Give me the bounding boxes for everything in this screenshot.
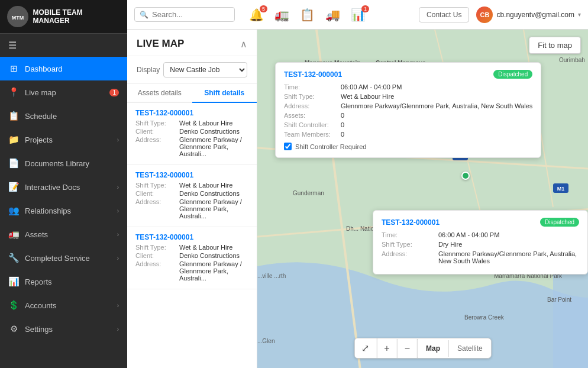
panel-collapse-button[interactable]: ∧ (240, 38, 247, 50)
svg-text:...Glen: ...Glen (257, 338, 274, 344)
popup-bottom-time-value: 06:00 AM - 04:00 PM (438, 231, 579, 238)
sidebar-item-label: Documents Library (25, 159, 119, 168)
truck-icon: 🚛 (274, 8, 289, 21)
completed-service-icon: 🔧 (8, 253, 19, 263)
contact-us-button[interactable]: Contact Us (419, 7, 469, 22)
panel-title: LIVE MAP (137, 38, 184, 50)
notifications-button[interactable]: 🔔 5 (249, 8, 264, 22)
popup-assets-value: 0 (341, 112, 532, 119)
popup-bottom-address-value: Glennmore Parkway/Glennmore Park, Austra… (438, 250, 579, 264)
topbar: 🔍 🔔 5 🚛 📋 🚚 📊 1 Contact Us CB cb.nguyent… (127, 0, 588, 30)
job-address-label: Address: (135, 198, 177, 219)
popup-team-members-label: Team Members: (284, 131, 337, 138)
job-id-0: TEST-132-000001 (135, 109, 248, 117)
search-input[interactable] (152, 10, 229, 19)
job-address-0: Glennmore Parkway / Glennmore Park, Aust… (179, 136, 248, 157)
jobs-list: TEST-132-000001 Shift Type: Wet & Labour… (127, 103, 257, 368)
shift-controller-required-checkbox[interactable] (284, 143, 292, 150)
delivery-button[interactable]: 🚚 (325, 8, 340, 22)
sidebar-nav: ⊞ Dashboard 📍 Live map 1 📋 Schedule 📁 Pr… (0, 57, 127, 368)
popup-shift-controller-value: 0 (341, 121, 532, 128)
fit-to-map-button[interactable]: Fit to map (529, 37, 581, 54)
popup-address-label: Address: (284, 102, 337, 109)
assets-icon: 🚛 (8, 229, 19, 240)
job-shift-type-label: Shift Type: (135, 182, 177, 189)
tab-assets-details[interactable]: Assets details (127, 84, 192, 103)
sidebar-item-relationships[interactable]: 👥 Relationships › (0, 199, 127, 222)
map-type-satellite-button[interactable]: Satellite (449, 340, 491, 357)
sidebar-header: MTM MOBILE TEAM MANAGER (0, 0, 127, 34)
sidebar-item-projects[interactable]: 📁 Projects › (0, 128, 127, 151)
sidebar-item-reports[interactable]: 📊 Reports (0, 270, 127, 293)
job-address-1: Glennmore Parkway / Glennmore Park, Aust… (179, 198, 248, 219)
job-id-2: TEST-132-000001 (135, 233, 248, 241)
sidebar-item-label: Completed Service (25, 254, 111, 263)
job-client-label: Client: (135, 128, 177, 135)
job-client-2: Denko Constructions (179, 252, 240, 259)
sidebar-item-label: Projects (25, 135, 111, 144)
schedule-icon: 📋 (8, 111, 19, 121)
popup-shift-controller-label: Shift Controller: (284, 121, 337, 128)
job-address-label: Address: (135, 260, 177, 282)
chevron-right-icon: › (117, 208, 119, 214)
chevron-right-icon: › (117, 255, 119, 262)
sidebar-item-completed-service[interactable]: 🔧 Completed Service › (0, 246, 127, 270)
zoom-out-button[interactable]: − (398, 339, 418, 358)
sidebar-item-schedule[interactable]: 📋 Schedule (0, 104, 127, 128)
job-card-1[interactable]: TEST-132-000001 Shift Type: Wet & Labour… (127, 165, 257, 227)
sidebar-item-live-map[interactable]: 📍 Live map 1 (0, 80, 127, 104)
sidebar-item-documents-library[interactable]: 📄 Documents Library (0, 151, 127, 175)
svg-text:...ville ...rth: ...ville ...rth (257, 273, 286, 279)
topbar-icons: 🔔 5 🚛 📋 🚚 📊 1 (249, 8, 366, 22)
sidebar: MTM MOBILE TEAM MANAGER ☰ ⊞ Dashboard 📍 … (0, 0, 127, 368)
svg-text:Gunderman: Gunderman (293, 190, 324, 196)
side-panel: LIVE MAP ∧ Display New Castle Job Assets… (127, 30, 257, 368)
popup-bottom: TEST-132-000001 Dispatched Time: 06:00 A… (373, 210, 588, 275)
sidebar-item-accounts[interactable]: 💲 Accounts › (0, 293, 127, 317)
notifications-badge: 5 (260, 5, 267, 12)
clipboard-icon: 📋 (300, 8, 315, 21)
chevron-right-icon: › (117, 184, 119, 191)
alert-button[interactable]: 📊 1 (351, 8, 366, 22)
live-map-badge: 1 (109, 89, 119, 96)
user-avatar: CB (476, 7, 493, 23)
map-type-map-button[interactable]: Map (418, 340, 449, 357)
popup-time-value: 06:00 AM - 04:00 PM (341, 83, 532, 91)
display-select[interactable]: New Castle Job (163, 62, 247, 78)
display-label: Display (137, 66, 160, 74)
projects-icon: 📁 (8, 134, 19, 145)
app-logo: MTM (7, 6, 28, 27)
truck-button[interactable]: 🚛 (274, 8, 289, 22)
user-chevron-icon: ▾ (578, 11, 581, 18)
job-shift-type-label: Shift Type: (135, 244, 177, 251)
sidebar-item-assets[interactable]: 🚛 Assets › (0, 222, 127, 246)
map-pin-0[interactable] (461, 172, 470, 180)
delivery-icon: 🚚 (325, 8, 340, 21)
clipboard-button[interactable]: 📋 (300, 8, 315, 22)
popup-top: TEST-132-000001 Dispatched Time: 06:00 A… (275, 62, 541, 158)
map-pin-icon: 📍 (8, 87, 19, 98)
chevron-right-icon: › (117, 231, 119, 238)
popup-bottom-time-label: Time: (382, 231, 435, 238)
map-area: M1 M1 M1 A49 A49 Mangrove Mountain Centr… (257, 30, 588, 368)
zoom-in-button[interactable]: + (377, 339, 397, 358)
popup-bottom-address-label: Address: (382, 250, 435, 264)
sidebar-item-label: Settings (25, 325, 111, 334)
sidebar-item-settings[interactable]: ⚙ Settings › (0, 317, 127, 341)
job-shift-type-2: Wet & Labour Hire (179, 244, 232, 251)
popup-bottom-shift-type-value: Dry Hire (438, 241, 579, 248)
display-row: Display New Castle Job (127, 56, 257, 84)
svg-text:MTM: MTM (12, 15, 24, 21)
user-menu[interactable]: CB cb.nguyentv@gmail.com ▾ (476, 7, 581, 23)
documents-icon: 📄 (8, 158, 19, 169)
sidebar-item-label: Dashboard (25, 64, 119, 73)
sidebar-item-interactive-docs[interactable]: 📝 Interactive Docs › (0, 175, 127, 199)
job-card-2[interactable]: TEST-132-000001 Shift Type: Wet & Labour… (127, 227, 257, 289)
hamburger-button[interactable]: ☰ (0, 34, 127, 57)
job-card-0[interactable]: TEST-132-000001 Shift Type: Wet & Labour… (127, 103, 257, 165)
popup-shift-type-value: Wet & Labour Hire (341, 93, 532, 100)
tab-shift-details[interactable]: Shift details (192, 84, 257, 103)
sidebar-item-dashboard[interactable]: ⊞ Dashboard (0, 57, 127, 80)
sidebar-item-label: Relationships (25, 206, 111, 215)
fullscreen-button[interactable]: ⤢ (354, 338, 377, 358)
